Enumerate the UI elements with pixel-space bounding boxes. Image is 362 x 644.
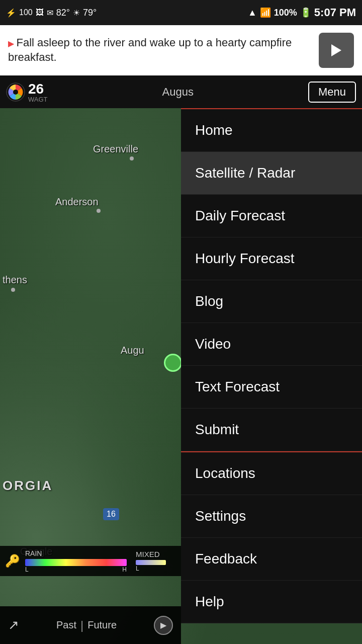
ad-banner[interactable]: ▶ Fall asleep to the river and wake up t…	[0, 25, 362, 75]
share-icon[interactable]: ↗	[8, 617, 19, 633]
header: 26 WAGT Augus Menu	[0, 75, 362, 108]
temp1: 82°	[56, 8, 70, 18]
future-label[interactable]: Future	[87, 619, 117, 631]
map-label-anderson: Anderson	[55, 196, 99, 208]
menu-item-text-forecast[interactable]: Text Forecast	[181, 366, 362, 409]
map-location-marker	[164, 354, 182, 372]
menu-item-blog[interactable]: Blog	[181, 280, 362, 323]
logo-area: 26 WAGT	[6, 81, 48, 103]
image-icon: 🖼	[36, 8, 44, 17]
legend-key-icon: 🔑	[5, 554, 20, 568]
ad-text: Fall asleep to the river and wake up to …	[8, 36, 292, 63]
legend-low-label: L	[25, 566, 29, 573]
menu-item-settings[interactable]: Settings	[181, 495, 362, 538]
header-title: Augus	[162, 86, 194, 99]
legend-bar: 🔑 RAIN L H MIXED L	[0, 546, 181, 576]
menu-item-daily-forecast[interactable]: Daily Forecast	[181, 195, 362, 237]
menu-item-locations[interactable]: Locations	[181, 452, 362, 495]
map-dot-athens	[11, 288, 15, 292]
map-label-georgia: ORGIA	[3, 478, 53, 494]
legend-mixed-section: MIXED L	[136, 550, 176, 572]
map-dot-greenville	[130, 156, 134, 160]
status-time: 5:07 PM	[314, 6, 356, 19]
bottom-bar: ↗ Past | Future ▶	[0, 606, 181, 644]
dropdown-menu: Home Satellite / Radar Daily Forecast Ho…	[181, 108, 362, 623]
legend-high-label: H	[122, 566, 127, 573]
station-id: WAGT	[28, 96, 48, 103]
menu-item-home[interactable]: Home	[181, 109, 362, 152]
ad-arrow-icon	[326, 40, 346, 60]
svg-point-2	[13, 90, 18, 95]
battery-100-icon: 100	[19, 8, 33, 17]
ad-arrow-button[interactable]	[319, 33, 354, 68]
mail-icon: ✉	[47, 8, 53, 18]
menu-item-feedback[interactable]: Feedback	[181, 538, 362, 581]
signal-icon: 📶	[260, 7, 271, 18]
legend-rain-label: RAIN	[25, 549, 42, 557]
map-route-16: 16	[103, 508, 119, 520]
temp2: 79°	[83, 8, 97, 18]
legend-rain-section: RAIN L H	[25, 549, 127, 573]
ad-play-icon: ▶	[8, 39, 14, 48]
map-label-greenville: Greenville	[93, 143, 138, 155]
time-nav-circle[interactable]: ▶	[154, 616, 173, 635]
time-nav-divider: |	[80, 618, 83, 632]
legend-mixed-label: MIXED	[136, 550, 176, 558]
menu-item-help[interactable]: Help	[181, 581, 362, 623]
wifi-icon: ▲	[248, 8, 257, 18]
map-label-athens: thens	[3, 274, 27, 286]
legend-mixed-gradient	[136, 560, 166, 565]
time-navigation: Past | Future	[27, 618, 146, 632]
past-label[interactable]: Past	[56, 619, 76, 631]
map-label-augusta: Augu	[121, 345, 144, 356]
menu-item-submit[interactable]: Submit	[181, 409, 362, 451]
menu-item-satellite-radar[interactable]: Satellite / Radar	[181, 152, 362, 195]
svg-marker-0	[331, 44, 341, 56]
channel-number: 26	[28, 81, 44, 97]
usb-icon: ⚡	[6, 8, 16, 18]
legend-mixed-low: L	[136, 565, 139, 572]
battery-icon: 🔋	[300, 7, 311, 18]
menu-button[interactable]: Menu	[308, 82, 356, 103]
menu-item-hourly-forecast[interactable]: Hourly Forecast	[181, 237, 362, 280]
legend-rain-gradient	[25, 559, 127, 566]
battery-percent: 100%	[274, 8, 297, 18]
menu-item-video[interactable]: Video	[181, 323, 362, 366]
nbc-logo-icon	[6, 83, 25, 102]
status-bar: ⚡ 100 🖼 ✉ 82° ☀ 79° ▲ 📶 100% 🔋 5:07 PM	[0, 0, 362, 25]
map-dot-anderson	[97, 209, 101, 213]
weather-icon: ☀	[73, 8, 80, 18]
